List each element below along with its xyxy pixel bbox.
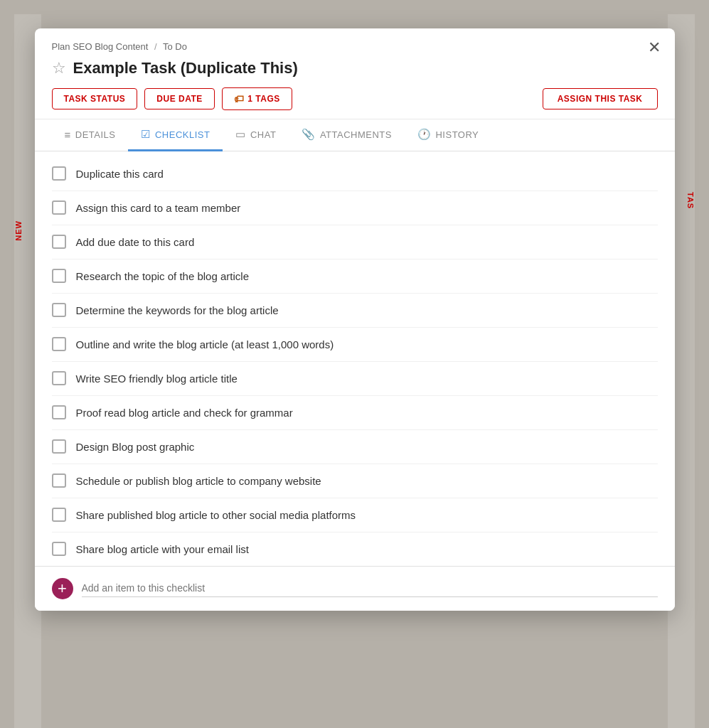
- tab-chat-label: CHAT: [250, 129, 276, 140]
- checklist-item-label: Proof read blog article and check for gr…: [76, 405, 293, 420]
- checklist-item-label: Outline and write the blog article (at l…: [76, 337, 334, 352]
- action-buttons-row: TASK STATUS DUE DATE 🏷 1 TAGS ASSIGN THI…: [52, 87, 658, 110]
- checklist-item-label: Write SEO friendly blog article title: [76, 371, 238, 386]
- tab-attachments-label: ATTACHMENTS: [320, 129, 392, 140]
- tab-checklist-label: CHECKLIST: [155, 129, 210, 140]
- star-icon[interactable]: ☆: [52, 60, 66, 76]
- checklist-item: Research the topic of the blog article: [52, 259, 658, 294]
- assign-task-button[interactable]: ASSIGN THIS TASK: [543, 88, 658, 109]
- checklist-item: Add due date to this card: [52, 225, 658, 259]
- checkbox-9[interactable]: [52, 439, 66, 454]
- due-date-label: DUE DATE: [156, 94, 202, 104]
- checkbox-11[interactable]: [52, 508, 66, 522]
- task-title-row: ☆ Example Task (Duplicate This): [52, 59, 658, 77]
- task-modal: Plan SEO Blog Content / To Do ☆ Example …: [35, 28, 675, 611]
- details-icon: ≡: [65, 129, 71, 141]
- breadcrumb-separator: /: [154, 41, 157, 52]
- checklist-item-label: Determine the keywords for the blog arti…: [76, 303, 279, 318]
- history-icon: 🕐: [417, 128, 432, 141]
- checklist-item: Proof read blog article and check for gr…: [52, 396, 658, 430]
- close-button[interactable]: ✕: [648, 40, 661, 55]
- checklist-item-label: Schedule or publish blog article to comp…: [76, 473, 321, 488]
- checkbox-5[interactable]: [52, 303, 66, 317]
- checklist-item: Duplicate this card: [52, 157, 658, 191]
- modal-header: Plan SEO Blog Content / To Do ☆ Example …: [35, 28, 675, 119]
- task-status-label: TASK STATUS: [64, 94, 126, 104]
- checklist-icon: ☑: [141, 128, 151, 141]
- tab-history-label: HISTORY: [435, 129, 479, 140]
- checklist-item: Assign this card to a team member: [52, 191, 658, 225]
- breadcrumb-section: To Do: [163, 41, 187, 52]
- checkbox-2[interactable]: [52, 200, 66, 215]
- checklist-item: Schedule or publish blog article to comp…: [52, 464, 658, 498]
- task-title: Example Task (Duplicate This): [73, 59, 298, 77]
- checkbox-10[interactable]: [52, 473, 66, 488]
- checklist-item-label: Research the topic of the blog article: [76, 269, 249, 284]
- task-status-button[interactable]: TASK STATUS: [52, 88, 138, 109]
- assign-label: ASSIGN THIS TASK: [558, 94, 643, 104]
- checklist-item: Design Blog post graphic: [52, 430, 658, 464]
- chat-icon: ▭: [235, 128, 246, 141]
- breadcrumb: Plan SEO Blog Content / To Do: [52, 41, 658, 52]
- checkbox-7[interactable]: [52, 371, 66, 385]
- checklist-item: Share published blog article to other so…: [52, 498, 658, 532]
- checklist-item: Share blog article with your email list: [52, 532, 658, 566]
- checklist-item-label: Share blog article with your email list: [76, 542, 249, 557]
- checkbox-12[interactable]: [52, 542, 66, 556]
- tag-icon: 🏷: [234, 93, 245, 105]
- checklist-body: Duplicate this cardAssign this card to a…: [35, 151, 675, 566]
- checklist-item: Write SEO friendly blog article title: [52, 362, 658, 396]
- tab-details-label: DETAILS: [75, 129, 116, 140]
- tab-details[interactable]: ≡ DETAILS: [52, 120, 129, 151]
- tags-label: 1 TAGS: [247, 94, 279, 104]
- checklist-item-label: Duplicate this card: [76, 166, 164, 181]
- checklist-item-label: Design Blog post graphic: [76, 439, 195, 454]
- tab-history[interactable]: 🕐 HISTORY: [405, 119, 491, 151]
- add-item-row: +: [35, 566, 675, 611]
- checklist-item: Determine the keywords for the blog arti…: [52, 294, 658, 328]
- attachments-icon: 📎: [302, 128, 316, 141]
- tabs-row: ≡ DETAILS ☑ CHECKLIST ▭ CHAT 📎 ATTACHMEN…: [35, 119, 675, 151]
- checklist-item-label: Assign this card to a team member: [76, 200, 241, 215]
- checklist-item-label: Add due date to this card: [76, 235, 195, 250]
- tags-button[interactable]: 🏷 1 TAGS: [222, 87, 292, 110]
- checkbox-6[interactable]: [52, 337, 66, 351]
- checkbox-3[interactable]: [52, 235, 66, 249]
- tab-attachments[interactable]: 📎 ATTACHMENTS: [289, 119, 405, 151]
- breadcrumb-project: Plan SEO Blog Content: [52, 41, 149, 52]
- tab-checklist[interactable]: ☑ CHECKLIST: [128, 119, 223, 151]
- add-item-input[interactable]: [82, 579, 658, 597]
- add-item-button[interactable]: +: [52, 578, 73, 599]
- checklist-item-label: Share published blog article to other so…: [76, 508, 356, 523]
- due-date-button[interactable]: DUE DATE: [144, 88, 214, 109]
- tab-chat[interactable]: ▭ CHAT: [223, 119, 289, 151]
- checkbox-8[interactable]: [52, 405, 66, 419]
- checkbox-4[interactable]: [52, 269, 66, 283]
- checkbox-1[interactable]: [52, 166, 66, 181]
- checklist-item: Outline and write the blog article (at l…: [52, 328, 658, 362]
